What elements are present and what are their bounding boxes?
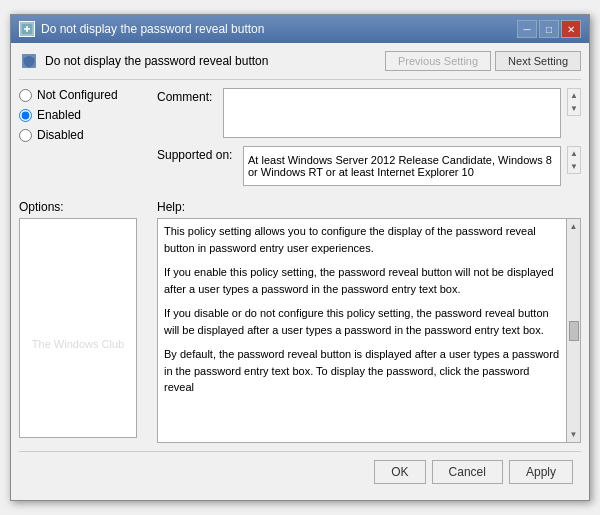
help-box-wrapper: This policy setting allows you to config… [157, 218, 581, 443]
supported-scroll-down[interactable]: ▼ [568, 160, 580, 173]
help-para-3: If you disable or do not configure this … [164, 305, 560, 338]
nav-buttons: Previous Setting Next Setting [385, 51, 581, 71]
disabled-radio[interactable] [19, 129, 32, 142]
previous-setting-button[interactable]: Previous Setting [385, 51, 491, 71]
supported-on-value: At least Windows Server 2012 Release Can… [243, 146, 561, 186]
content-area: Do not display the password reveal butto… [11, 43, 589, 500]
apply-button[interactable]: Apply [509, 460, 573, 484]
close-button[interactable]: ✕ [561, 20, 581, 38]
title-bar: Do not display the password reveal butto… [11, 15, 589, 43]
main-area: Not Configured Enabled Disabled Comm [19, 88, 581, 194]
help-scroll-down[interactable]: ▼ [568, 428, 580, 441]
options-section: Options: The Windows Club [19, 200, 149, 443]
minimize-button[interactable]: ─ [517, 20, 537, 38]
next-setting-button[interactable]: Next Setting [495, 51, 581, 71]
disabled-label: Disabled [37, 128, 84, 142]
maximize-button[interactable]: □ [539, 20, 559, 38]
top-bar: Do not display the password reveal butto… [19, 51, 581, 80]
supported-row: Supported on: At least Windows Server 20… [157, 146, 581, 186]
supported-scrollbar[interactable]: ▲ ▼ [567, 146, 581, 174]
scroll-down-arrow[interactable]: ▼ [568, 102, 580, 115]
comment-scrollbar[interactable]: ▲ ▼ [567, 88, 581, 116]
right-panel: Comment: ▲ ▼ Supported on: At least Wind… [157, 88, 581, 194]
comment-row: Comment: ▲ ▼ [157, 88, 581, 138]
top-bar-left: Do not display the password reveal butto… [19, 51, 268, 71]
watermark-text: The Windows Club [32, 338, 124, 350]
left-panel: Not Configured Enabled Disabled [19, 88, 149, 194]
options-box: The Windows Club [19, 218, 137, 438]
supported-scroll-up[interactable]: ▲ [568, 147, 580, 160]
enabled-radio[interactable] [19, 109, 32, 122]
help-label: Help: [157, 200, 581, 214]
help-scrollbar[interactable]: ▲ ▼ [567, 218, 581, 443]
title-bar-left: Do not display the password reveal butto… [19, 21, 264, 37]
help-scroll-thumb[interactable] [569, 321, 579, 341]
radio-group: Not Configured Enabled Disabled [19, 88, 149, 142]
bottom-panels: Options: The Windows Club Help: This pol… [19, 200, 581, 443]
main-window: Do not display the password reveal butto… [10, 14, 590, 501]
disabled-option[interactable]: Disabled [19, 128, 149, 142]
not-configured-label: Not Configured [37, 88, 118, 102]
supported-on-label: Supported on: [157, 148, 237, 162]
not-configured-radio[interactable] [19, 89, 32, 102]
help-para-1: This policy setting allows you to config… [164, 223, 560, 256]
options-label: Options: [19, 200, 149, 214]
shield-icon [19, 51, 39, 71]
window-title: Do not display the password reveal butto… [41, 22, 264, 36]
ok-button[interactable]: OK [374, 460, 425, 484]
help-section: Help: This policy setting allows you to … [157, 200, 581, 443]
not-configured-option[interactable]: Not Configured [19, 88, 149, 102]
cancel-button[interactable]: Cancel [432, 460, 503, 484]
help-text-box: This policy setting allows you to config… [157, 218, 567, 443]
enabled-label: Enabled [37, 108, 81, 122]
footer: OK Cancel Apply [19, 451, 581, 492]
title-buttons: ─ □ ✕ [517, 20, 581, 38]
top-bar-title: Do not display the password reveal butto… [45, 54, 268, 68]
help-para-4: By default, the password reveal button i… [164, 346, 560, 396]
comment-label: Comment: [157, 90, 217, 104]
help-para-2: If you enable this policy setting, the p… [164, 264, 560, 297]
window-icon [19, 21, 35, 37]
supported-on-text: At least Windows Server 2012 Release Can… [248, 154, 556, 178]
help-scroll-up[interactable]: ▲ [568, 220, 580, 233]
scroll-up-arrow[interactable]: ▲ [568, 89, 580, 102]
comment-textarea[interactable] [223, 88, 561, 138]
enabled-option[interactable]: Enabled [19, 108, 149, 122]
